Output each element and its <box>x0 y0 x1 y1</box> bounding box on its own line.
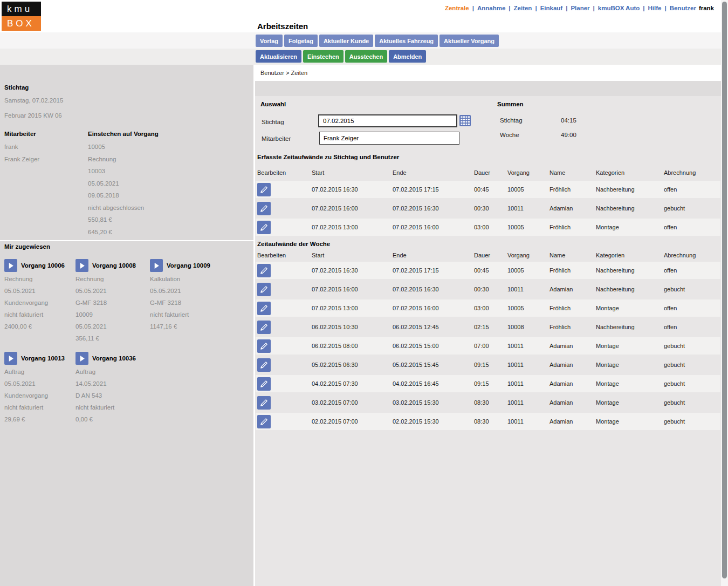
edit-pencil-icon[interactable] <box>257 302 271 315</box>
vorgang-card-detail: 05.05.2021 <box>150 285 221 297</box>
cell-kategorien: Montage <box>596 224 664 230</box>
breadcrumb-zeiten[interactable]: Zeiten <box>291 70 308 76</box>
nav-item-benutzer[interactable]: Benutzer <box>670 5 696 11</box>
table-stichtag: Erfasste Zeitaufwände zu Stichtag und Be… <box>256 154 720 237</box>
nav-item-hilfe[interactable]: Hilfe <box>648 5 662 11</box>
nav-separator: | <box>664 5 666 11</box>
aktuelles-fahrzeug-button[interactable]: Aktuelles Fahrzeug <box>375 35 438 47</box>
vortag-button[interactable]: Vortag <box>256 35 283 47</box>
cell-bearbeiten <box>256 302 312 315</box>
vorgang-card-header: Vorgang 10008 <box>75 259 150 272</box>
nav-item-planer[interactable]: Planer <box>571 5 589 11</box>
cell-kategorien: Nachbereitung <box>596 286 664 292</box>
breadcrumb-row <box>255 65 721 81</box>
cell-dauer: 09:15 <box>474 380 507 387</box>
cell-bearbeiten <box>256 339 312 353</box>
nav-item-annahme[interactable]: Annahme <box>477 5 505 11</box>
table-row: 06.02.2015 10:3006.02.2015 12:4502:15100… <box>256 318 720 336</box>
breadcrumb: Benutzer > Zeiten <box>260 70 307 76</box>
edit-pencil-icon[interactable] <box>257 202 271 215</box>
page-title: Arbeitszeiten <box>257 22 308 31</box>
column-header-vorgang: Vorgang <box>507 252 550 258</box>
cell-start: 07.02.2015 16:30 <box>312 186 393 193</box>
cell-kategorien: Nachbereitung <box>596 186 664 193</box>
edit-pencil-icon[interactable] <box>257 358 271 372</box>
vertical-scrollbar-track[interactable] <box>721 0 728 586</box>
cell-start: 07.02.2015 16:00 <box>312 286 393 292</box>
cell-start: 05.02.2015 06:30 <box>312 362 393 368</box>
edit-pencil-icon[interactable] <box>257 264 271 277</box>
cell-ende: 06.02.2015 15:00 <box>393 343 474 349</box>
vorgang-card-detail: Rechnung <box>4 273 75 285</box>
nav-item-zentrale[interactable]: Zentrale <box>445 5 469 11</box>
vorgang-cards-row-1: Vorgang 10006Rechnung05.05.2021Kundenvor… <box>4 259 221 344</box>
column-header-start: Start <box>312 169 393 176</box>
column-header-vorgang: Vorgang <box>507 169 550 176</box>
stichtag-field-label: Stichtag <box>262 119 284 125</box>
table-row: 07.02.2015 16:0007.02.2015 16:3000:30100… <box>256 200 720 217</box>
cell-abrechnung: gebucht <box>664 205 720 212</box>
cell-name: Fröhlich <box>550 224 596 230</box>
breadcrumb-benutzer[interactable]: Benutzer <box>260 70 284 76</box>
ausstechen-button[interactable]: Ausstechen <box>345 50 387 63</box>
vorgang-card-title: Vorgang 10008 <box>92 262 136 269</box>
cell-abrechnung: gebucht <box>664 286 720 292</box>
edit-pencil-icon[interactable] <box>257 321 271 334</box>
column-header-kategorien: Kategorien <box>596 169 664 176</box>
nav-separator: | <box>566 5 567 11</box>
nav-item-einkauf[interactable]: Einkauf <box>540 5 563 11</box>
sidebar-panel: Stichtag Samstag, 07.02.2015 Februar 201… <box>0 65 253 586</box>
column-header-abrechnung: Abrechnung <box>664 252 720 258</box>
cell-ende: 07.02.2015 16:30 <box>393 286 474 292</box>
einstechen-button[interactable]: Einstechen <box>303 50 344 63</box>
abmelden-button[interactable]: Abmelden <box>389 50 426 63</box>
vorgang-card-detail: 29,69 € <box>4 413 75 425</box>
play-icon[interactable] <box>4 259 17 272</box>
nav-item-kmubox-auto[interactable]: kmuBOX Auto <box>598 5 640 11</box>
kmubox-logo[interactable]: kmu BOX <box>2 2 41 31</box>
edit-pencil-icon[interactable] <box>257 283 271 296</box>
cell-bearbeiten <box>256 264 312 277</box>
edit-pencil-icon[interactable] <box>257 183 271 196</box>
table-row: 05.02.2015 06:3005.02.2015 15:4509:15100… <box>256 356 720 373</box>
play-icon[interactable] <box>150 259 163 272</box>
stichtag-input[interactable] <box>318 114 457 127</box>
edit-pencil-icon[interactable] <box>257 415 271 428</box>
cell-vorgang: 10008 <box>507 324 550 330</box>
aktualisieren-button[interactable]: Aktualisieren <box>256 50 301 63</box>
play-icon[interactable] <box>75 259 88 272</box>
vorgang-card-detail: 356,11 € <box>75 332 150 344</box>
einstechen-vorgang-detail: Rechnung <box>88 153 144 166</box>
aktueller-vorgang-button[interactable]: Aktueller Vorgang <box>439 35 499 47</box>
nav-item-zeiten[interactable]: Zeiten <box>514 5 532 11</box>
sidebar-zugewiesen-heading: Mir zugewiesen <box>4 243 50 250</box>
column-header-kategorien: Kategorien <box>596 252 664 258</box>
play-icon[interactable] <box>4 352 17 365</box>
cell-start: 06.02.2015 08:00 <box>312 343 393 349</box>
cell-bearbeiten <box>256 183 312 196</box>
toolbar-row-1: VortagFolgetagAktueller KundeAktuelles F… <box>256 35 499 47</box>
edit-pencil-icon[interactable] <box>257 221 271 234</box>
cell-start: 07.02.2015 13:00 <box>312 305 393 311</box>
vorgang-card-detail: Kundenvorgang <box>4 297 75 309</box>
folgetag-button[interactable]: Folgetag <box>284 35 318 47</box>
edit-pencil-icon[interactable] <box>257 396 271 410</box>
sidebar-calendar-week: Februar 2015 KW 06 <box>4 112 62 119</box>
einstechen-vorgang-detail: 05.05.2021 <box>88 178 144 190</box>
play-icon[interactable] <box>75 352 88 365</box>
cell-name: Adamian <box>550 418 596 425</box>
calendar-icon[interactable] <box>459 115 471 126</box>
cell-ende: 07.02.2015 16:00 <box>393 305 474 311</box>
mitarbeiter-input[interactable] <box>319 132 459 145</box>
edit-pencil-icon[interactable] <box>257 339 271 353</box>
cell-name: Adamian <box>550 362 596 368</box>
edit-pencil-icon[interactable] <box>257 377 271 391</box>
vertical-scrollbar-thumb[interactable] <box>722 2 727 578</box>
cell-abrechnung: offen <box>664 305 720 311</box>
main-content-panel: Auswahl Stichtag Mitarbeiter Summen Stic… <box>255 96 721 586</box>
aktueller-kunde-button[interactable]: Aktueller Kunde <box>319 35 373 47</box>
nav-separator: | <box>472 5 474 11</box>
cell-dauer: 00:45 <box>474 186 507 193</box>
cell-kategorien: Montage <box>596 343 664 349</box>
cell-start: 02.02.2015 07:00 <box>312 418 393 425</box>
